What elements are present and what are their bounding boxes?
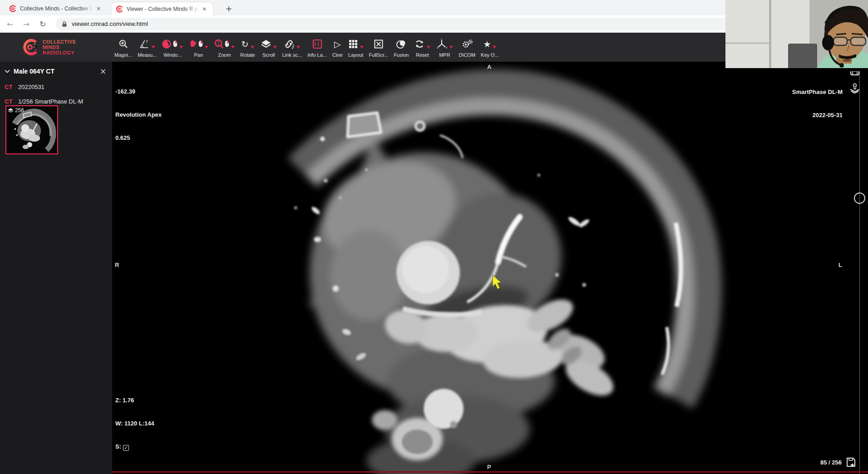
stack-scroll-track[interactable] <box>859 62 860 474</box>
study-label: 20220531 <box>18 84 44 90</box>
tool-layout[interactable]: Layout <box>345 35 366 59</box>
dropdown-caret[interactable] <box>179 46 183 49</box>
webcam-video <box>725 0 868 71</box>
study-item-date[interactable]: CT 20220531 <box>0 81 112 93</box>
tool-label: Measu... <box>138 52 157 58</box>
tab-collective-minds[interactable]: Collective Minds - Collective Min × <box>5 2 107 15</box>
fullscreen-icon <box>374 39 384 49</box>
scanner-name: Revolution Apex <box>115 111 162 118</box>
tool-pan[interactable]: Pan <box>186 35 211 59</box>
sidebar-close-icon[interactable]: × <box>99 67 108 76</box>
orientation-anterior: A <box>487 64 491 70</box>
slice-position: -162.39 <box>115 88 162 95</box>
tool-label: Zoom <box>218 52 231 58</box>
rotate-icon: ↻ <box>242 40 249 49</box>
dropdown-caret[interactable] <box>449 46 453 49</box>
tool-fusion[interactable]: Fusion <box>391 35 411 59</box>
tool-label: DICOM <box>459 52 475 58</box>
dropdown-caret[interactable] <box>360 46 364 49</box>
modality-badge: CT <box>5 84 18 90</box>
tool-cine[interactable]: ▷ Cine <box>330 35 345 59</box>
tool-zoom[interactable]: Zoom <box>211 35 237 59</box>
ct-viewport[interactable]: A R L P -162.39 Revolution Apex 0.625 Sm… <box>112 62 868 474</box>
star-icon: ★ <box>483 40 491 49</box>
study-label: 1/256 SmartPhase DL-M <box>18 98 83 105</box>
play-icon: ▷ <box>334 40 341 49</box>
back-button[interactable]: ← <box>4 18 16 30</box>
modality-badge: CT <box>5 98 18 105</box>
grid-icon <box>348 39 358 49</box>
dropdown-caret[interactable] <box>296 46 300 49</box>
key-image-save-icon[interactable] <box>845 457 856 468</box>
tab-close-icon[interactable]: × <box>201 5 208 13</box>
stack-scroll-thumb[interactable] <box>854 193 865 204</box>
tab-close-icon[interactable]: × <box>94 5 103 13</box>
thumbnail-overlay: 256 <box>8 107 24 114</box>
slice-counter-block: 85 / 256 <box>820 457 856 468</box>
dropdown-caret[interactable] <box>205 46 208 49</box>
mouse-icon <box>173 40 178 47</box>
tool-fullscreen[interactable]: FullScr... <box>366 35 391 59</box>
tool-dicom[interactable]: DICOM <box>456 35 478 59</box>
tool-label: Magni... <box>114 52 132 58</box>
slice-counter: 85 / 256 <box>820 459 842 466</box>
dropdown-caret[interactable] <box>231 46 235 49</box>
tool-info-labels[interactable]: Info La... <box>305 35 330 59</box>
reload-button[interactable]: ↻ <box>36 18 49 30</box>
tool-measure[interactable]: ? Measu... <box>135 35 159 59</box>
cm-favicon-icon <box>9 5 16 12</box>
dropdown-caret[interactable] <box>251 46 254 49</box>
tool-window[interactable]: Windo... <box>159 35 186 59</box>
study-sidebar: Male 064Y CT × CT 20220531 CT 1/256 Smar… <box>0 62 112 474</box>
tool-rotate[interactable]: ↻ Rotate <box>237 35 257 59</box>
tool-link-scroll[interactable]: Link sc... <box>280 35 305 59</box>
tool-scroll[interactable]: Scroll <box>258 35 280 59</box>
dropdown-caret[interactable] <box>152 46 155 49</box>
collective-minds-logo: COLLECTIVE MINDS RADIOLOGY <box>21 38 110 57</box>
window-level-icon <box>162 39 172 49</box>
tool-key-objects[interactable]: ★ Key O... <box>478 35 502 59</box>
fusion-circles-icon <box>396 39 407 49</box>
new-tab-button[interactable]: + <box>223 4 234 15</box>
tool-magnify[interactable]: Magni... <box>112 35 135 59</box>
url-text: viewer.cmrad.com/view.html <box>72 20 148 27</box>
study-date: 2022-05-31 <box>792 111 843 119</box>
webcam-overlay <box>725 0 868 71</box>
dropdown-caret[interactable] <box>427 46 430 49</box>
mouse-icon <box>225 40 229 47</box>
series-thumbnail[interactable]: 256 <box>5 105 58 154</box>
forward-button[interactable]: → <box>20 18 33 30</box>
sync-checkbox[interactable]: ✓ <box>123 445 129 451</box>
sync-row: S:✓ <box>115 443 154 451</box>
display-info-overlay: Z: 1.76 W: 1120 L:144 S:✓ <box>115 381 154 466</box>
hand-icon <box>188 39 197 49</box>
svg-text:Z: Z <box>437 46 439 49</box>
info-label-icon <box>312 39 322 49</box>
tool-label: Cine <box>332 52 343 58</box>
dropdown-caret[interactable] <box>493 46 496 49</box>
tool-label: Link sc... <box>282 52 302 58</box>
magnifier-plus-icon <box>118 39 128 49</box>
slice-count: 256 <box>15 107 24 114</box>
series-name: SmartPhase DL-M <box>792 88 843 96</box>
broken-link-icon <box>284 39 295 49</box>
tool-mpr[interactable]: Y Z X MPR <box>433 35 456 59</box>
dropdown-caret[interactable] <box>273 46 277 49</box>
svg-text:?: ? <box>146 40 148 44</box>
logo-line1: COLLECTIVE <box>43 39 76 44</box>
reset-icon <box>414 39 425 49</box>
tab-viewer[interactable]: Viewer - Collective Minds ® powe × <box>111 2 213 15</box>
chevron-down-icon[interactable] <box>5 69 10 73</box>
orientation-right: R <box>115 262 119 268</box>
patient-title: Male 064Y CT <box>14 68 99 75</box>
patient-header[interactable]: Male 064Y CT × <box>0 64 112 78</box>
tool-label: MPR <box>439 52 450 58</box>
tool-label: Key O... <box>481 52 499 58</box>
tool-label: Pan <box>194 52 203 58</box>
tool-label: Scroll <box>262 52 275 58</box>
tool-reset[interactable]: Reset <box>411 35 433 59</box>
address-bar[interactable]: viewer.cmrad.com/view.html <box>55 18 818 30</box>
cm-logo-icon <box>21 38 39 57</box>
svg-text:X: X <box>446 46 448 49</box>
angle-measure-icon: ? <box>139 39 150 49</box>
